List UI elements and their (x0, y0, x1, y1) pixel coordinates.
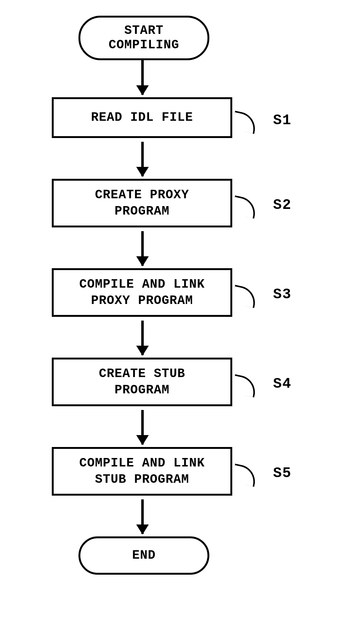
connector-s4 (231, 374, 258, 397)
arrow-start-s1 (141, 60, 144, 95)
end-node: END (78, 536, 209, 575)
s4-step-label: S4 (273, 376, 292, 392)
flowchart-canvas: START COMPILING READ IDL FILE S1 CREATE … (0, 0, 349, 644)
s5-text-line2: STUB PROGRAM (95, 472, 189, 487)
s3-text-line1: COMPILE AND LINK (79, 277, 205, 291)
arrow-s3-s4 (141, 321, 144, 355)
s2-step-label: S2 (273, 197, 292, 213)
s2-text-line2: PROGRAM (115, 204, 169, 218)
arrow-s2-s3 (141, 231, 144, 266)
arrow-s5-end (141, 499, 144, 534)
connector-s5 (231, 464, 258, 487)
connector-s1 (231, 111, 258, 134)
s3-step-label: S3 (273, 286, 292, 303)
arrow-s1-s2 (141, 142, 144, 176)
process-s2: CREATE PROXY PROGRAM (52, 179, 232, 227)
start-text-line1: START (124, 24, 164, 38)
connector-s2 (231, 195, 258, 219)
process-s1: READ IDL FILE (52, 97, 232, 138)
start-node: START COMPILING (78, 16, 209, 60)
process-s4: CREATE STUB PROGRAM (52, 358, 232, 406)
process-s5: COMPILE AND LINK STUB PROGRAM (52, 447, 232, 496)
end-text: END (132, 548, 156, 563)
arrow-s4-s5 (141, 410, 144, 444)
s4-text-line1: CREATE STUB (99, 367, 185, 381)
s1-step-label: S1 (273, 112, 292, 129)
s2-text-line1: CREATE PROXY (95, 188, 189, 202)
start-text-line2: COMPILING (109, 38, 179, 52)
s3-text-line2: PROXY PROGRAM (91, 294, 193, 308)
s5-text-line1: COMPILE AND LINK (79, 456, 205, 470)
process-s3: COMPILE AND LINK PROXY PROGRAM (52, 268, 232, 317)
s5-step-label: S5 (273, 465, 292, 482)
s4-text-line2: PROGRAM (115, 383, 169, 397)
s1-text: READ IDL FILE (91, 109, 193, 126)
connector-s3 (231, 285, 258, 308)
